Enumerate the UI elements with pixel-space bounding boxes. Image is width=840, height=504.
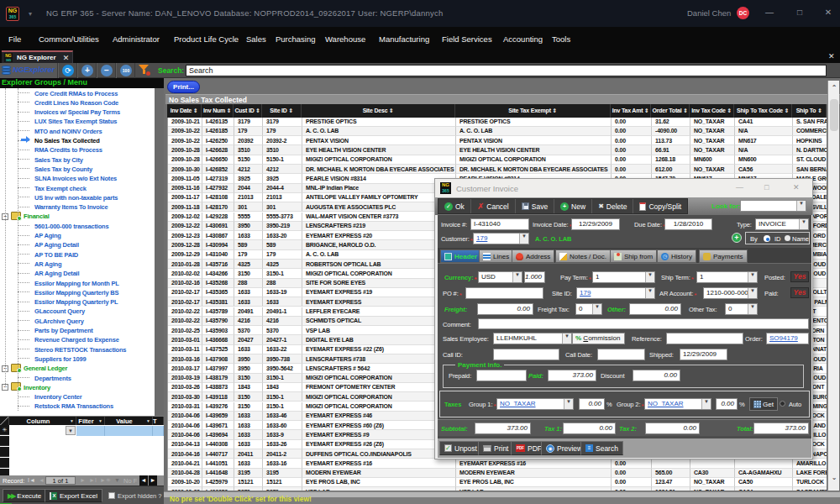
filter-column-dropdown[interactable]: ▼ — [66, 426, 76, 435]
tree-item-ar-aging-detail[interactable]: AR Aging Detail — [0, 269, 155, 278]
record-prev-button[interactable]: ◄ — [39, 477, 45, 483]
tree-item-warranty-items-to-invoice[interactable]: Warranty Items To Invoice — [0, 202, 155, 212]
currency-rate-field[interactable]: 1.000 — [524, 271, 545, 283]
filter-column-value[interactable]: Value▼ — [105, 417, 153, 425]
dialog-tab-payments[interactable]: Payments — [699, 249, 748, 263]
tabbar-close-icon[interactable]: ✕ — [828, 52, 835, 60]
grid-column-inv-num[interactable]: Inv Num ⇕ — [202, 104, 234, 118]
zoom-reset-button[interactable]: 100 — [116, 63, 135, 78]
menu-item-file[interactable]: File — [8, 34, 21, 44]
tree-item-revenue-charged-to-expense[interactable]: Revenue Charged to Expense — [0, 335, 155, 344]
dialog-tab-lines[interactable]: Lines — [479, 249, 513, 263]
tree-item-tax-exempt-check[interactable]: Tax Exempt check — [0, 183, 155, 192]
scroll-down-icon[interactable]: ⌄ — [829, 474, 839, 481]
customer-combo[interactable]: 179▼ — [473, 233, 529, 244]
print-button-dialog[interactable]: Print — [478, 441, 513, 455]
tree-item-parts-by-department[interactable]: Parts by Department — [0, 326, 155, 335]
cancel-button[interactable]: ✗Cancel — [471, 199, 516, 213]
menu-item-accounting[interactable]: Accounting — [503, 34, 543, 44]
grid-row-I-426650[interactable]: 2009-10-28I-42665051505150-1MIGIZI OPTIC… — [168, 155, 827, 165]
menu-item-product-life-cycle[interactable]: Product Life Cycle — [174, 34, 239, 44]
record-scroll-left-button[interactable]: ◄ — [139, 475, 148, 486]
export-excel-button[interactable]: X Export Excel — [45, 489, 102, 502]
dialog-tab-header[interactable]: Header — [440, 249, 481, 263]
grid-vertical-scrollbar[interactable]: ⌃ ⌄ — [827, 81, 839, 491]
grid-column-inv-date[interactable]: Inv Date ⇕ — [167, 104, 202, 118]
tree-item-rma-credits-to-process[interactable]: RMA Credits to Process — [0, 145, 155, 155]
export-hidden-checkbox[interactable] — [108, 492, 115, 499]
dialog-titlebar[interactable]: NG365 Customer Invoice — □ ✕ — [435, 179, 812, 197]
tree-item-no-sales-tax-collected[interactable]: No Sales Tax Collected — [0, 136, 155, 145]
filter-row-header[interactable]: ✳ — [0, 425, 9, 435]
tree-item-credit-lines-no-reason-code[interactable]: Credit Lines No Reason Code — [0, 97, 155, 107]
get-button[interactable]: Get — [749, 397, 778, 411]
filter-cell-filter[interactable] — [76, 426, 105, 436]
call-date-field[interactable] — [597, 349, 645, 360]
grid-row-I-441051[interactable]: 2010-04-21I-44105116331633-16EYEMART EXP… — [168, 459, 827, 468]
record-first-button[interactable]: Ι◄ — [28, 477, 35, 483]
grid-row-I-426852[interactable]: 2009-10-30I-42685242124212DR. MICHAEL K … — [168, 165, 827, 174]
tree-item-essilor-mapping-for-month-pl[interactable]: Essilor Mapping for Month PL — [0, 278, 155, 287]
grid-row-I-425979[interactable]: 2009-10-20I-4259791512115121EYE PROS LAB… — [168, 478, 827, 487]
dialog-minimize-button[interactable]: — — [736, 183, 743, 192]
invoice-date-field[interactable]: 12/29/2009 — [571, 218, 620, 230]
tree-item-sales-tax-by-city[interactable]: Sales Tax by City — [0, 155, 155, 164]
tree-item-retstock-rma-transactions[interactable]: Retstock RMA Transactions — [0, 402, 155, 411]
grid-column-site-id[interactable]: Site ID ⇕ — [262, 104, 302, 118]
tree-group-financial[interactable]: −Financial — [0, 212, 155, 221]
tree-item-sales-tax-by-county[interactable]: Sales Tax by County — [0, 164, 155, 173]
record-new-button[interactable]: ►✳ — [100, 477, 111, 484]
paid-amount-field[interactable]: 373.00 — [548, 370, 596, 381]
record-last-button[interactable]: ►Ι — [89, 477, 97, 483]
filter-column-t[interactable]: T — [153, 417, 164, 425]
menu-item-manufacturing[interactable]: Manufacturing — [379, 34, 429, 44]
new-button[interactable]: +New — [554, 199, 592, 213]
grid-row-I-426185[interactable]: 2009-10-22I-426185179179A. C. O. LABA. C… — [168, 127, 827, 136]
reference-field[interactable] — [666, 333, 743, 344]
tree-item-suppliers-for-1099[interactable]: Suppliers for 1099 — [0, 354, 155, 363]
tree-item-lux-sites-tax-exempt-status[interactable]: LUX Sites Tax Exempt Status — [0, 117, 155, 126]
zoom-in-button[interactable]: + — [77, 63, 97, 78]
tree-item-essilor-mapping-quarterly-bs[interactable]: Essilor Mapping Quarterly BS — [0, 287, 155, 297]
maximize-button[interactable]: □ — [794, 8, 806, 17]
tree-group-general-ledger[interactable]: −General Ledger — [0, 364, 155, 373]
titlebar-caret-icon[interactable]: ▾ — [29, 10, 32, 18]
tree-item-stereo-retstock-transactions[interactable]: Stereo RETSTOCK Transactions — [0, 344, 155, 354]
group2-combo[interactable]: NO_TAXAR▼ — [644, 398, 711, 410]
tree-item-essilor-mapping-quarterly-pl[interactable]: Essilor Mapping Quarterly PL — [0, 297, 155, 307]
filter-funnel-icon[interactable] — [139, 65, 151, 76]
tree-item-slna-invoices-w-o-ext-notes[interactable]: SLNA Invoices w/o Ext Notes — [0, 174, 155, 183]
filter-column-filter[interactable]: Filter▼ — [76, 417, 105, 425]
save-button[interactable]: Save — [516, 199, 554, 213]
scroll-up-icon[interactable]: ⌃ — [829, 84, 839, 92]
other-field[interactable]: 0.00 — [629, 303, 681, 315]
tree-item-ap-aging[interactable]: AP Aging — [0, 231, 155, 240]
tree-item-departments[interactable]: Departments — [0, 373, 155, 382]
freight-tax-combo[interactable]: 0▼ — [575, 303, 602, 315]
dialog-maximize-button[interactable]: □ — [764, 183, 769, 192]
tree-item-ap-to-be-paid[interactable]: AP TO BE PAID — [0, 249, 155, 259]
due-date-field[interactable]: 1/28/2010 — [664, 218, 712, 230]
grid-row-I-426252[interactable]: 2009-10-22I-42625253705370VSP LABVSP LAB… — [168, 487, 827, 491]
prepaid-field[interactable] — [476, 370, 527, 381]
grid-row-I-441648[interactable]: 2010-04-28I-44164831953195MODERN EYEWEAR… — [168, 469, 827, 478]
by-id-radio[interactable] — [764, 235, 770, 242]
menu-item-field-services[interactable]: Field Services — [442, 34, 492, 44]
avatar[interactable]: DC — [737, 7, 749, 19]
tree-item-inventory-center[interactable]: Inventory Center — [0, 392, 155, 402]
account-name[interactable]: Daniel Chen — [687, 8, 731, 18]
group1-pct-field[interactable]: 0.00 — [579, 398, 605, 410]
shipped-field[interactable]: 12/29/2009 — [680, 349, 727, 360]
grid-column-site-desc[interactable]: Site Desc ⇕ — [302, 104, 455, 118]
call-id-field[interactable] — [493, 349, 559, 360]
grid-row-I-426135[interactable]: 2009-10-21I-42613531793179PRESTIGE OPTIC… — [168, 118, 827, 127]
group1-combo[interactable]: NO_TAXAR▼ — [496, 398, 574, 410]
search-input[interactable] — [186, 65, 827, 76]
grid-column-inv-tax-amt[interactable]: Inv Tax Amt ⇕ — [611, 104, 651, 118]
dialog-tab-ship-from[interactable]: Ship from — [610, 249, 657, 263]
tree-item-core-credit-rmas-to-process[interactable]: Core Credit RMAs to Process — [0, 88, 155, 97]
print-button[interactable]: Print... — [167, 81, 200, 93]
delete-button[interactable]: ✖Delete — [592, 199, 633, 213]
auto-radio[interactable] — [780, 401, 785, 407]
freight-field[interactable]: 0.00 — [477, 303, 533, 315]
